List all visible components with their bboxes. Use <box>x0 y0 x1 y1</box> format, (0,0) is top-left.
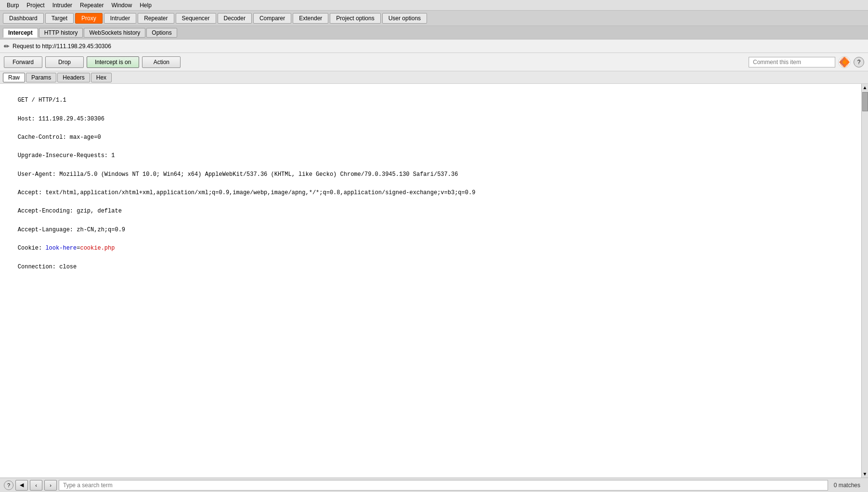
request-info-bar: ✏ Request to http://111.198.29.45:30306 <box>0 40 868 53</box>
proxy-sub-tabs: Intercept HTTP history WebSockets histor… <box>0 26 868 40</box>
menu-repeater[interactable]: Repeater <box>76 1 107 10</box>
tab-user-options[interactable]: User options <box>382 13 427 24</box>
help-icon-button[interactable]: ? <box>854 57 864 67</box>
nav-forward-button[interactable]: › <box>44 480 57 491</box>
burp-logo <box>838 56 851 68</box>
tab-dashboard[interactable]: Dashboard <box>3 13 44 24</box>
intercept-toggle-button[interactable]: Intercept is on <box>87 56 139 68</box>
tab-proxy[interactable]: Proxy <box>75 13 103 24</box>
subtab-intercept[interactable]: Intercept <box>3 28 38 38</box>
tab-sequencer[interactable]: Sequencer <box>176 13 216 24</box>
menu-bar: Burp Project Intruder Repeater Window He… <box>0 0 868 11</box>
drop-button[interactable]: Drop <box>45 56 84 68</box>
view-tab-hex[interactable]: Hex <box>91 73 112 82</box>
menu-intruder[interactable]: Intruder <box>49 1 76 10</box>
tab-target[interactable]: Target <box>45 13 74 24</box>
request-cookie-label: Cookie: <box>18 245 46 252</box>
match-count: 0 matches <box>830 482 864 489</box>
view-tab-headers[interactable]: Headers <box>57 73 90 82</box>
request-url: Request to http://111.198.29.45:30306 <box>13 43 111 50</box>
forward-button[interactable]: Forward <box>4 56 42 68</box>
action-button[interactable]: Action <box>142 56 181 68</box>
request-line4: Upgrade-Insecure-Requests: 1 <box>18 152 115 159</box>
scroll-up-arrow[interactable]: ▲ <box>862 84 868 91</box>
view-tab-raw[interactable]: Raw <box>3 73 25 82</box>
scroll-thumb[interactable] <box>862 92 868 111</box>
tab-repeater[interactable]: Repeater <box>138 13 174 24</box>
request-line10: Connection: close <box>18 264 77 270</box>
request-cookie-key: look-here <box>45 245 77 252</box>
menu-project[interactable]: Project <box>23 1 48 10</box>
comment-section: ? <box>749 56 864 68</box>
request-line2: Host: 111.198.29.45:30306 <box>18 116 104 122</box>
action-bar: Forward Drop Intercept is on Action ? <box>0 53 868 71</box>
vertical-scrollbar[interactable]: ▲ ▼ <box>861 84 868 478</box>
menu-window[interactable]: Window <box>107 1 136 10</box>
tab-extender[interactable]: Extender <box>293 13 328 24</box>
menu-burp[interactable]: Burp <box>3 1 23 10</box>
scroll-down-arrow[interactable]: ▼ <box>862 470 868 478</box>
svg-point-1 <box>842 60 846 64</box>
search-input[interactable] <box>59 480 828 491</box>
bottom-help-button[interactable]: ? <box>4 480 13 490</box>
request-line7: Accept-Encoding: gzip, deflate <box>18 208 122 214</box>
subtab-http-history[interactable]: HTTP history <box>39 28 83 38</box>
comment-input[interactable] <box>749 57 835 67</box>
request-body[interactable]: GET / HTTP/1.1 Host: 111.198.29.45:30306… <box>0 84 861 478</box>
top-toolbar: Dashboard Target Proxy Intruder Repeater… <box>0 11 868 26</box>
menu-help[interactable]: Help <box>136 1 155 10</box>
request-line6: Accept: text/html,application/xhtml+xml,… <box>18 189 476 196</box>
request-line5: User-Agent: Mozilla/5.0 (Windows NT 10.0… <box>18 171 458 178</box>
main-content: GET / HTTP/1.1 Host: 111.198.29.45:30306… <box>0 84 868 478</box>
subtab-options[interactable]: Options <box>146 28 177 38</box>
subtab-websockets-history[interactable]: WebSockets history <box>84 28 145 38</box>
view-tab-params[interactable]: Params <box>26 73 56 82</box>
request-cookie-value: cookie.php <box>80 245 115 252</box>
tab-decoder[interactable]: Decoder <box>218 13 252 24</box>
bottom-bar: ? ◀ ‹ › 0 matches <box>0 478 868 492</box>
nav-back-button[interactable]: ‹ <box>30 480 42 491</box>
view-tabs: Raw Params Headers Hex <box>0 71 868 84</box>
tab-project-options[interactable]: Project options <box>330 13 380 24</box>
request-line8: Accept-Language: zh-CN,zh;q=0.9 <box>18 226 125 233</box>
edit-icon: ✏ <box>4 42 10 50</box>
nav-prev-button[interactable]: ◀ <box>15 480 28 491</box>
tab-comparer[interactable]: Comparer <box>253 13 291 24</box>
request-line1: GET / HTTP/1.1 <box>18 97 66 104</box>
tab-intruder[interactable]: Intruder <box>104 13 136 24</box>
request-line3: Cache-Control: max-age=0 <box>18 134 101 141</box>
